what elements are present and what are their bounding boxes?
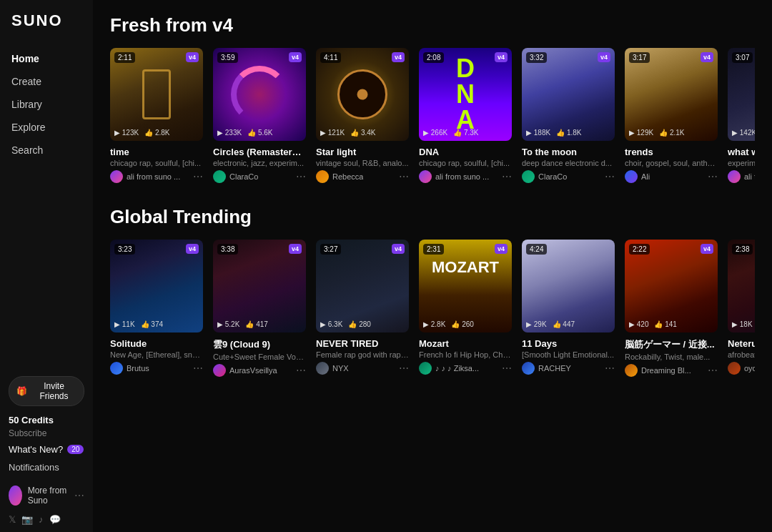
song-thumbnail[interactable]: 3:23 v4 ▶ 11K 👍 374 <box>110 240 203 332</box>
subscribe-link[interactable]: Subscribe <box>9 427 84 440</box>
card-more-button[interactable]: ⋯ <box>708 365 718 376</box>
thumb-top: 4:24 <box>526 244 610 255</box>
thumb-stats: ▶ 266K 👍 7.3K <box>423 129 508 137</box>
main-content: Fresh from v4 2:11 v4 ▶ 123K 👍 2.8K time… <box>93 0 772 532</box>
card-more-button[interactable]: ⋯ <box>605 171 615 182</box>
song-thumbnail[interactable]: 3:32 v4 ▶ 188K 👍 1.8K <box>522 48 615 141</box>
notifications-button[interactable]: Notifications <box>9 459 84 476</box>
song-desc: Cute+Sweet Female Voc... <box>213 353 306 361</box>
song-title: Star light <box>316 147 409 157</box>
song-desc: choir, gospel, soul, anthe... <box>625 159 718 167</box>
card-more-button[interactable]: ⋯ <box>708 171 718 182</box>
thumb-overlay: 3:32 v4 ▶ 188K 👍 1.8K <box>522 48 615 141</box>
like-count: 👍 260 <box>451 320 473 328</box>
card-more-button[interactable]: ⋯ <box>605 363 615 374</box>
card-more-button[interactable]: ⋯ <box>502 363 512 374</box>
song-thumbnail[interactable]: NeteruOyojee 2:38 ▶ 18K 👍 268 <box>728 240 755 332</box>
song-thumbnail[interactable]: 4:11 v4 ▶ 121K 👍 3.4K <box>316 48 409 141</box>
discord-icon[interactable]: 💬 <box>49 514 61 525</box>
song-card: 2:22 v4 ▶ 420 👍 141 脳筋ゲーマー / 近接... Rocka… <box>625 240 718 377</box>
play-count: ▶ 129K <box>629 129 653 137</box>
fresh-cards-row: 2:11 v4 ▶ 123K 👍 2.8K time chicago rap, … <box>110 48 755 183</box>
whats-new-button[interactable]: What's New? 20 <box>9 440 84 459</box>
song-thumbnail[interactable]: 4:24 ▶ 29K 👍 447 <box>522 240 615 332</box>
song-desc: vintage soul, R&B, analo... <box>316 159 409 167</box>
song-thumbnail[interactable]: 3:17 v4 ▶ 129K 👍 2.1K <box>625 48 718 141</box>
thumb-stats: ▶ 233K 👍 5.6K <box>217 129 302 137</box>
sidebar-nav-library[interactable]: Library <box>0 93 93 116</box>
song-title: Mozart <box>419 338 512 349</box>
song-desc: chicago rap, soulful, [chi... <box>110 159 203 167</box>
author-avatar <box>522 170 535 183</box>
thumb-top: 3:38 v4 <box>217 244 302 255</box>
instagram-icon[interactable]: 📷 <box>21 514 33 525</box>
song-thumbnail[interactable]: 3:59 v4 ▶ 233K 👍 5.6K <box>213 48 306 141</box>
like-count: 👍 141 <box>654 320 676 328</box>
author-name: ClaraCo <box>229 172 258 181</box>
song-thumbnail[interactable]: 3:07 v4 ▶ 142K 👍 3.1K <box>728 48 755 141</box>
thumb-stats: ▶ 129K 👍 2.1K <box>629 129 713 137</box>
fresh-section-title: Fresh from v4 <box>110 14 755 36</box>
user-row: More from Suno ⋯ <box>9 483 84 508</box>
tiktok-icon[interactable]: ♪ <box>39 514 44 525</box>
thumb-overlay: 3:27 v4 ▶ 6.3K 👍 280 <box>316 240 409 332</box>
duration-badge: 4:24 <box>526 244 547 255</box>
thumb-stats: ▶ 11K 👍 374 <box>114 320 199 328</box>
thumb-stats: ▶ 121K 👍 3.4K <box>320 129 405 137</box>
thumb-overlay: 3:23 v4 ▶ 11K 👍 374 <box>110 240 203 332</box>
play-count: ▶ 188K <box>526 129 550 137</box>
invite-friends-button[interactable]: 🎁 Invite Friends <box>9 376 84 406</box>
like-count: 👍 280 <box>348 320 370 328</box>
song-desc: Rockabilly, Twist, male... <box>625 353 718 361</box>
author-name: Rebecca <box>332 172 363 181</box>
song-card: 3:23 v4 ▶ 11K 👍 374 Solitude New Age, [E… <box>110 240 203 377</box>
card-more-button[interactable]: ⋯ <box>399 363 409 374</box>
gift-icon: 🎁 <box>16 386 27 396</box>
thumb-stats: ▶ 188K 👍 1.8K <box>526 129 610 137</box>
play-count: ▶ 142K <box>732 129 755 137</box>
card-more-button[interactable]: ⋯ <box>193 171 203 182</box>
thumb-top: 2:22 v4 <box>629 244 713 255</box>
author-name: ♪ ♪ ♪ Ziksa... <box>435 364 479 373</box>
more-suno-button[interactable]: ⋯ <box>74 490 84 501</box>
author-name: ali from suno ... <box>127 172 180 181</box>
card-more-button[interactable]: ⋯ <box>296 171 306 182</box>
song-desc: chicago rap, soulful, [chi... <box>419 159 512 167</box>
card-more-button[interactable]: ⋯ <box>502 171 512 182</box>
thumb-overlay: 3:38 v4 ▶ 5.2K 👍 417 <box>213 240 306 332</box>
song-thumbnail[interactable]: 3:27 v4 ▶ 6.3K 👍 280 <box>316 240 409 332</box>
song-thumbnail[interactable]: 2:22 v4 ▶ 420 👍 141 <box>625 240 718 332</box>
sidebar-nav-explore[interactable]: Explore <box>0 116 93 139</box>
play-count: ▶ 2.8K <box>423 320 445 328</box>
duration-badge: 4:11 <box>320 52 341 63</box>
whats-new-badge: 20 <box>67 445 84 454</box>
sidebar-nav-search[interactable]: Search <box>0 139 93 162</box>
duration-badge: 2:11 <box>114 52 135 63</box>
sidebar-nav-create[interactable]: Create <box>0 70 93 93</box>
author-avatar <box>625 364 638 377</box>
play-count: ▶ 11K <box>114 320 135 328</box>
card-more-button[interactable]: ⋯ <box>296 365 306 376</box>
author-name: ClaraCo <box>538 172 567 181</box>
song-author-row: Dreaming Bl... ⋯ <box>625 364 718 377</box>
card-more-button[interactable]: ⋯ <box>193 363 203 374</box>
song-desc: deep dance electronic d... <box>522 159 615 167</box>
x-icon[interactable]: 𝕏 <box>9 514 16 525</box>
sidebar-nav-home[interactable]: Home <box>0 47 93 70</box>
song-thumbnail[interactable]: DNA 2:08 v4 ▶ 266K 👍 7.3K <box>419 48 512 141</box>
thumb-top: 3:32 v4 <box>526 52 610 63</box>
song-thumbnail[interactable]: 3:38 v4 ▶ 5.2K 👍 417 <box>213 240 306 332</box>
song-thumbnail[interactable]: MOZART 2:31 v4 ▶ 2.8K 👍 260 <box>419 240 512 332</box>
social-icons-row: 𝕏 📷 ♪ 💬 <box>9 514 84 525</box>
song-title: trends <box>625 147 718 157</box>
credits-display: 50 Credits <box>9 413 84 427</box>
song-author-row: ♪ ♪ ♪ Ziksa... ⋯ <box>419 362 512 375</box>
duration-badge: 2:38 <box>732 244 753 255</box>
song-thumbnail[interactable]: 2:11 v4 ▶ 123K 👍 2.8K <box>110 48 203 141</box>
like-count: 👍 1.8K <box>556 129 581 137</box>
play-count: ▶ 420 <box>629 320 648 328</box>
song-author-row: RACHEY ⋯ <box>522 362 615 375</box>
play-count: ▶ 233K <box>217 129 242 137</box>
author-avatar <box>419 362 432 375</box>
card-more-button[interactable]: ⋯ <box>399 171 409 182</box>
